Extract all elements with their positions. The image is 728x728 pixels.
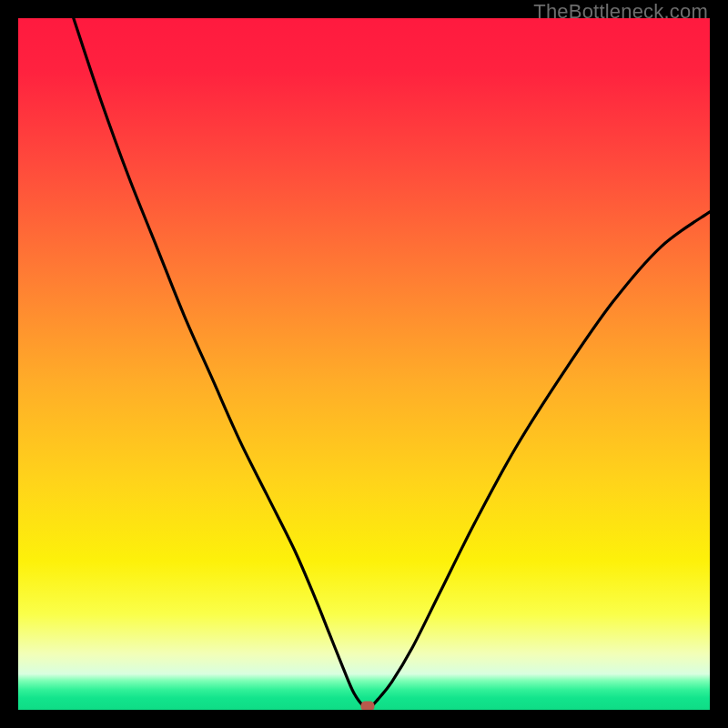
curve-layer [18,18,710,710]
bottleneck-curve [74,18,710,708]
chart-frame: TheBottleneck.com [0,0,728,728]
optimum-marker [360,702,374,710]
plot-area [18,18,710,710]
